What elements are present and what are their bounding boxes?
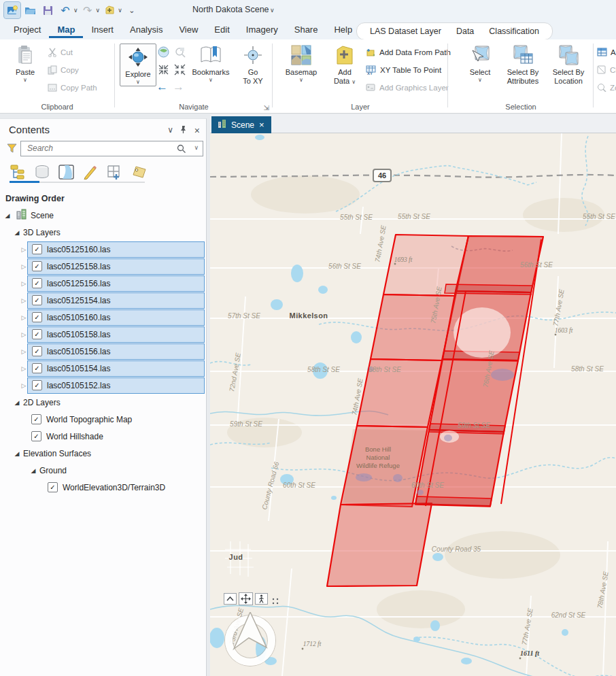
- add-item-icon[interactable]: [101, 2, 118, 18]
- layer-checkbox[interactable]: ✓: [31, 431, 41, 441]
- goto-xy-button[interactable]: GoTo XY: [237, 44, 269, 86]
- expander-icon[interactable]: ▷: [20, 348, 27, 355]
- tree-item-ground[interactable]: ◢ Ground: [0, 462, 206, 479]
- search-input[interactable]: [26, 143, 171, 154]
- list-by-drawing-order-icon[interactable]: [10, 165, 26, 182]
- layer-checkbox[interactable]: ✓: [32, 346, 42, 356]
- save-project-icon[interactable]: [39, 2, 56, 18]
- copy-path-button[interactable]: Copy Path: [48, 83, 97, 92]
- expander-icon[interactable]: ◢: [14, 399, 20, 406]
- clear-selection-button[interactable]: Cl: [597, 65, 616, 74]
- fixed-zoom-icon[interactable]: [174, 46, 186, 61]
- layer-checkbox[interactable]: ✓: [32, 295, 42, 305]
- zoom-out-fixed-icon[interactable]: [174, 64, 186, 78]
- xy-table-to-point-button[interactable]: XY XY Table To Point: [366, 65, 441, 75]
- layer-checkbox[interactable]: ✓: [32, 244, 42, 254]
- edit-icon[interactable]: [83, 165, 98, 182]
- expander-icon[interactable]: ◢: [4, 212, 11, 219]
- layer-row[interactable]: ▷✓lasc05105156.las: [0, 343, 206, 360]
- basemap-button[interactable]: Basemap ∨: [281, 44, 321, 83]
- ribbon-tab-view[interactable]: View: [171, 20, 206, 38]
- next-extent-icon[interactable]: →: [173, 80, 184, 94]
- list-by-snapping-icon[interactable]: [106, 164, 122, 183]
- search-icon[interactable]: [177, 144, 186, 156]
- undo-dropdown-icon[interactable]: ∨: [73, 7, 78, 14]
- project-title[interactable]: North Dakota Scene ∨: [192, 5, 275, 14]
- add-graphics-layer-button[interactable]: Add Graphics Layer: [366, 83, 449, 92]
- expander-icon[interactable]: ▷: [20, 297, 27, 304]
- contextual-tab-classification[interactable]: Classification: [481, 27, 547, 36]
- contextual-tab-data[interactable]: Data: [449, 27, 481, 36]
- full-extent-icon[interactable]: [158, 46, 169, 61]
- ribbon-tab-analysis[interactable]: Analysis: [122, 20, 171, 38]
- pane-menu-icon[interactable]: ∨: [167, 125, 173, 135]
- select-by-location-button[interactable]: Select ByLocation: [548, 44, 589, 86]
- terrain-checkbox[interactable]: ✓: [48, 482, 58, 492]
- layer-checkbox[interactable]: ✓: [32, 278, 42, 288]
- tree-item-3d-layers[interactable]: ◢ 3D Layers: [0, 224, 206, 241]
- expander-icon[interactable]: ◢: [30, 467, 37, 474]
- layer-row[interactable]: ▷✓lasc05105160.las: [0, 309, 206, 326]
- layer-checkbox[interactable]: ✓: [32, 261, 42, 271]
- compass-ring[interactable]: [225, 615, 275, 666]
- full-control-icon[interactable]: [239, 592, 253, 605]
- explore-button[interactable]: Explore ∨: [120, 44, 156, 86]
- layer-row[interactable]: ▷✓lasc05105158.las: [0, 326, 206, 343]
- nav-drag-handle-icon[interactable]: [272, 595, 279, 602]
- select-by-attributes-button[interactable]: Select ByAttributes: [502, 44, 544, 86]
- layer-row[interactable]: ▷✓lasc05105152.las: [0, 377, 206, 394]
- open-project-icon[interactable]: [22, 2, 38, 18]
- ribbon-tab-insert[interactable]: Insert: [83, 20, 122, 38]
- search-dropdown-icon[interactable]: ∨: [194, 144, 199, 151]
- close-pane-icon[interactable]: ×: [194, 125, 200, 136]
- compass-north-arrow[interactable]: [233, 612, 268, 653]
- expander-icon[interactable]: ▷: [20, 280, 27, 287]
- copy-button[interactable]: Copy: [48, 65, 79, 75]
- previous-extent-icon[interactable]: ←: [156, 80, 168, 94]
- tree-item-scene[interactable]: ◢ Scene: [0, 207, 206, 224]
- tree-item-terrain[interactable]: ✓ WorldElevation3D/Terrain3D: [0, 479, 206, 496]
- layer-checkbox[interactable]: ✓: [32, 312, 42, 322]
- paste-button[interactable]: Paste ∨: [10, 44, 41, 83]
- collapse-nav-icon[interactable]: [224, 593, 237, 605]
- expander-icon[interactable]: ▷: [20, 246, 27, 253]
- expander-icon[interactable]: ▷: [20, 382, 27, 389]
- layer-row[interactable]: ▷✓lasc05105154.las: [0, 360, 206, 377]
- ribbon-tab-edit[interactable]: Edit: [206, 20, 237, 38]
- map-view[interactable]: 55th St SE55th St SE55th St SE56th St SE…: [210, 133, 616, 676]
- labeling-icon[interactable]: [131, 165, 147, 182]
- layer-checkbox[interactable]: ✓: [32, 363, 42, 373]
- scene-view-tab[interactable]: Scene ×: [211, 116, 271, 133]
- undo-icon[interactable]: ↶: [57, 2, 73, 18]
- layer-checkbox[interactable]: ✓: [31, 414, 41, 424]
- expander-icon[interactable]: ▷: [20, 331, 27, 338]
- add-data-button[interactable]: AddData ∨: [329, 44, 360, 86]
- new-map-icon[interactable]: [4, 2, 20, 18]
- layer-row[interactable]: ▷✓lasc05125154.las: [0, 292, 206, 309]
- redo-icon[interactable]: ↷: [80, 2, 96, 18]
- layer-checkbox[interactable]: ✓: [32, 380, 42, 390]
- expander-icon[interactable]: ◢: [14, 450, 20, 457]
- redo-dropdown-icon[interactable]: ∨: [96, 7, 101, 14]
- expander-icon[interactable]: ▷: [20, 314, 27, 321]
- tree-item-2d-layers[interactable]: ◢ 2D Layers: [0, 394, 206, 411]
- select-button[interactable]: Select ∨: [464, 44, 496, 83]
- expander-icon[interactable]: ▷: [20, 263, 27, 270]
- layer-checkbox[interactable]: ✓: [32, 329, 42, 339]
- layer-row[interactable]: ▷✓lasc05125156.las: [0, 275, 206, 292]
- expander-icon[interactable]: ▷: [20, 365, 27, 372]
- layer-row[interactable]: ▷✓lasc05125158.las: [0, 258, 206, 275]
- ribbon-tab-imagery[interactable]: Imagery: [238, 20, 286, 38]
- layer-row[interactable]: ✓World Topographic Map: [0, 411, 206, 428]
- contextual-tab-las-dataset-layer[interactable]: LAS Dataset Layer: [362, 27, 449, 36]
- zoom-in-fixed-icon[interactable]: [158, 64, 169, 78]
- ribbon-tab-help[interactable]: Help: [326, 20, 360, 38]
- expander-icon[interactable]: ◢: [14, 229, 20, 236]
- list-by-display-icon[interactable]: [58, 165, 75, 182]
- close-view-icon[interactable]: ×: [259, 120, 264, 130]
- ribbon-tab-project[interactable]: Project: [5, 20, 49, 38]
- pin-icon[interactable]: [179, 125, 187, 135]
- ribbon-tab-share[interactable]: Share: [286, 20, 326, 38]
- add-data-from-path-button[interactable]: Add Data From Path: [366, 48, 451, 57]
- filter-icon[interactable]: [7, 143, 17, 156]
